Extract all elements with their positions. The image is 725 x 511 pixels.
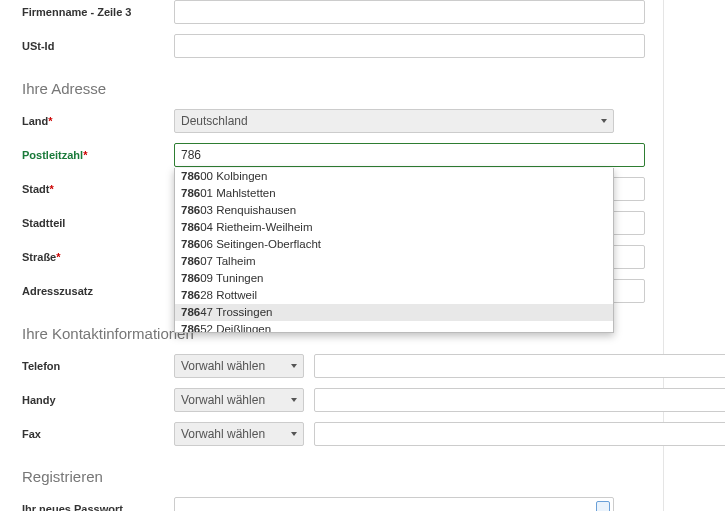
zip-option[interactable]: 78628 Rottweil (175, 287, 613, 304)
section-register: Registrieren (22, 468, 645, 485)
mobile-prefix-select[interactable]: Vorwahl wählen (174, 388, 304, 412)
fax-prefix-placeholder: Vorwahl wählen (181, 427, 265, 441)
zip-option[interactable]: 78606 Seitingen-Oberflacht (175, 236, 613, 253)
country-select[interactable]: Deutschland (174, 109, 614, 133)
zip-option[interactable]: 78652 Deißlingen (175, 321, 613, 333)
district-label: Stadtteil (22, 217, 174, 229)
zip-option[interactable]: 78601 Mahlstetten (175, 185, 613, 202)
fax-prefix-select[interactable]: Vorwahl wählen (174, 422, 304, 446)
ust-id-label: USt-Id (22, 40, 174, 52)
street-label: Straße* (22, 251, 174, 263)
chevron-down-icon (291, 432, 297, 436)
company-line3-input[interactable] (174, 0, 645, 24)
section-address: Ihre Adresse (22, 80, 645, 97)
zip-option[interactable]: 78603 Renquishausen (175, 202, 613, 219)
zip-option[interactable]: 78604 Rietheim-Weilheim (175, 219, 613, 236)
country-value: Deutschland (181, 114, 248, 128)
phone-label: Telefon (22, 360, 174, 372)
zip-option[interactable]: 78609 Tuningen (175, 270, 613, 287)
city-label: Stadt* (22, 183, 174, 195)
ust-id-input[interactable] (174, 34, 645, 58)
zip-autocomplete[interactable]: 78600 Kolbingen78601 Mahlstetten78603 Re… (174, 168, 614, 333)
phone-prefix-select[interactable]: Vorwahl wählen (174, 354, 304, 378)
company-line3-label: Firmenname - Zeile 3 (22, 6, 174, 18)
zip-input[interactable] (174, 143, 645, 167)
zip-option[interactable]: 78607 Talheim (175, 253, 613, 270)
fax-input[interactable] (314, 422, 725, 446)
extra-label: Adresszusatz (22, 285, 174, 297)
phone-prefix-placeholder: Vorwahl wählen (181, 359, 265, 373)
chevron-down-icon (601, 119, 607, 123)
mobile-label: Handy (22, 394, 174, 406)
mobile-input[interactable] (314, 388, 725, 412)
zip-label: Postleitzahl* (22, 149, 174, 161)
zip-option[interactable]: 78600 Kolbingen (175, 168, 613, 185)
country-label: Land* (22, 115, 174, 127)
chevron-down-icon (291, 398, 297, 402)
password-label: Ihr neues Passwort (22, 503, 174, 511)
mobile-prefix-placeholder: Vorwahl wählen (181, 393, 265, 407)
password-input[interactable] (174, 497, 614, 511)
zip-option[interactable]: 78647 Trossingen (175, 304, 613, 321)
password-manager-icon[interactable] (596, 501, 610, 511)
phone-input[interactable] (314, 354, 725, 378)
chevron-down-icon (291, 364, 297, 368)
fax-label: Fax (22, 428, 174, 440)
